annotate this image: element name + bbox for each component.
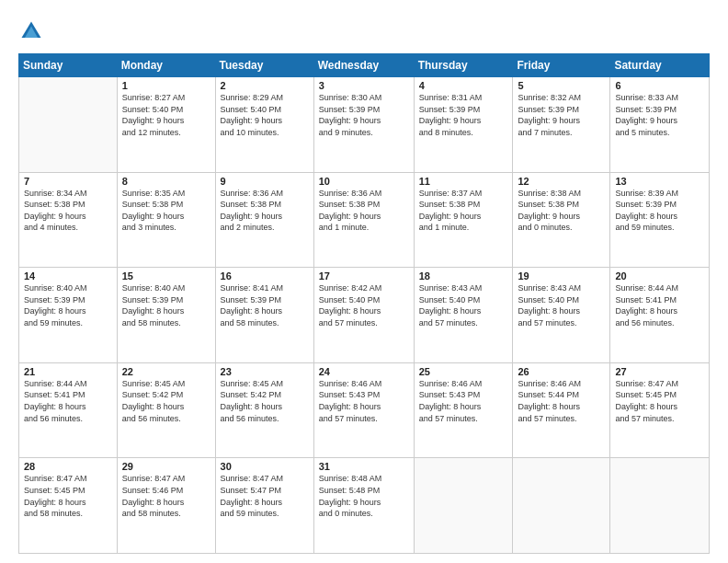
day-number: 14 xyxy=(24,270,112,282)
day-number: 1 xyxy=(122,80,210,91)
calendar-week-row: 7Sunrise: 8:34 AM Sunset: 5:38 PM Daylig… xyxy=(19,172,710,268)
calendar-week-row: 1Sunrise: 8:27 AM Sunset: 5:40 PM Daylig… xyxy=(19,77,710,173)
calendar-cell: 30Sunrise: 8:47 AM Sunset: 5:47 PM Dayli… xyxy=(215,458,313,554)
day-info: Sunrise: 8:43 AM Sunset: 5:40 PM Dayligh… xyxy=(518,282,605,328)
weekday-header-sunday: Sunday xyxy=(19,54,118,77)
calendar-cell: 1Sunrise: 8:27 AM Sunset: 5:40 PM Daylig… xyxy=(117,77,215,173)
day-info: Sunrise: 8:40 AM Sunset: 5:39 PM Dayligh… xyxy=(122,282,210,328)
day-number: 22 xyxy=(122,366,210,377)
day-info: Sunrise: 8:36 AM Sunset: 5:38 PM Dayligh… xyxy=(319,188,409,234)
day-number: 30 xyxy=(221,461,309,472)
day-number: 11 xyxy=(419,176,508,187)
calendar-cell: 14Sunrise: 8:40 AM Sunset: 5:39 PM Dayli… xyxy=(19,268,118,363)
calendar-cell xyxy=(513,458,610,554)
weekday-header-tuesday: Tuesday xyxy=(215,54,313,77)
day-number: 16 xyxy=(221,270,309,282)
calendar-cell: 18Sunrise: 8:43 AM Sunset: 5:40 PM Dayli… xyxy=(414,268,513,363)
day-info: Sunrise: 8:45 AM Sunset: 5:42 PM Dayligh… xyxy=(221,378,309,424)
calendar-cell xyxy=(610,458,710,554)
day-info: Sunrise: 8:38 AM Sunset: 5:38 PM Dayligh… xyxy=(518,188,605,234)
calendar-cell: 5Sunrise: 8:32 AM Sunset: 5:39 PM Daylig… xyxy=(513,77,610,173)
calendar-cell: 26Sunrise: 8:46 AM Sunset: 5:44 PM Dayli… xyxy=(513,362,610,458)
day-number: 26 xyxy=(518,366,605,377)
calendar-cell: 2Sunrise: 8:29 AM Sunset: 5:40 PM Daylig… xyxy=(215,77,313,173)
calendar-cell: 11Sunrise: 8:37 AM Sunset: 5:38 PM Dayli… xyxy=(414,172,513,268)
day-info: Sunrise: 8:30 AM Sunset: 5:39 PM Dayligh… xyxy=(319,92,409,138)
day-info: Sunrise: 8:44 AM Sunset: 5:41 PM Dayligh… xyxy=(615,282,704,328)
day-number: 18 xyxy=(419,270,508,282)
calendar-cell: 4Sunrise: 8:31 AM Sunset: 5:39 PM Daylig… xyxy=(414,77,513,173)
calendar-cell: 19Sunrise: 8:43 AM Sunset: 5:40 PM Dayli… xyxy=(513,268,610,363)
day-info: Sunrise: 8:47 AM Sunset: 5:46 PM Dayligh… xyxy=(122,473,210,519)
day-info: Sunrise: 8:48 AM Sunset: 5:48 PM Dayligh… xyxy=(319,473,409,519)
day-number: 15 xyxy=(122,270,210,282)
calendar-cell: 12Sunrise: 8:38 AM Sunset: 5:38 PM Dayli… xyxy=(513,172,610,268)
page: SundayMondayTuesdayWednesdayThursdayFrid… xyxy=(0,0,728,563)
day-info: Sunrise: 8:41 AM Sunset: 5:39 PM Dayligh… xyxy=(221,282,309,328)
day-info: Sunrise: 8:44 AM Sunset: 5:41 PM Dayligh… xyxy=(24,378,112,424)
calendar-cell: 3Sunrise: 8:30 AM Sunset: 5:39 PM Daylig… xyxy=(313,77,414,173)
day-info: Sunrise: 8:32 AM Sunset: 5:39 PM Dayligh… xyxy=(518,92,605,138)
day-info: Sunrise: 8:46 AM Sunset: 5:43 PM Dayligh… xyxy=(419,378,508,424)
day-number: 17 xyxy=(319,270,409,282)
day-info: Sunrise: 8:35 AM Sunset: 5:38 PM Dayligh… xyxy=(122,188,210,234)
calendar-cell: 28Sunrise: 8:47 AM Sunset: 5:45 PM Dayli… xyxy=(19,458,118,554)
day-info: Sunrise: 8:46 AM Sunset: 5:43 PM Dayligh… xyxy=(319,378,409,424)
day-info: Sunrise: 8:33 AM Sunset: 5:39 PM Dayligh… xyxy=(615,92,704,138)
calendar-cell: 29Sunrise: 8:47 AM Sunset: 5:46 PM Dayli… xyxy=(117,458,215,554)
calendar-cell: 25Sunrise: 8:46 AM Sunset: 5:43 PM Dayli… xyxy=(414,362,513,458)
calendar-cell: 10Sunrise: 8:36 AM Sunset: 5:38 PM Dayli… xyxy=(313,172,414,268)
calendar-cell: 6Sunrise: 8:33 AM Sunset: 5:39 PM Daylig… xyxy=(610,77,710,173)
calendar-cell: 17Sunrise: 8:42 AM Sunset: 5:40 PM Dayli… xyxy=(313,268,414,363)
day-info: Sunrise: 8:36 AM Sunset: 5:38 PM Dayligh… xyxy=(221,188,309,234)
day-number: 9 xyxy=(221,176,309,187)
day-number: 2 xyxy=(221,80,309,91)
calendar-cell: 20Sunrise: 8:44 AM Sunset: 5:41 PM Dayli… xyxy=(610,268,710,363)
calendar-cell: 23Sunrise: 8:45 AM Sunset: 5:42 PM Dayli… xyxy=(215,362,313,458)
day-number: 4 xyxy=(419,80,508,91)
weekday-header-monday: Monday xyxy=(117,54,215,77)
calendar-cell xyxy=(414,458,513,554)
calendar-cell: 15Sunrise: 8:40 AM Sunset: 5:39 PM Dayli… xyxy=(117,268,215,363)
day-number: 23 xyxy=(221,366,309,377)
calendar-cell: 7Sunrise: 8:34 AM Sunset: 5:38 PM Daylig… xyxy=(19,172,118,268)
day-number: 5 xyxy=(518,80,605,91)
day-info: Sunrise: 8:43 AM Sunset: 5:40 PM Dayligh… xyxy=(419,282,508,328)
day-info: Sunrise: 8:34 AM Sunset: 5:38 PM Dayligh… xyxy=(24,188,112,234)
calendar-cell: 24Sunrise: 8:46 AM Sunset: 5:43 PM Dayli… xyxy=(313,362,414,458)
day-number: 24 xyxy=(319,366,409,377)
calendar-week-row: 14Sunrise: 8:40 AM Sunset: 5:39 PM Dayli… xyxy=(19,268,710,363)
day-number: 25 xyxy=(419,366,508,377)
day-info: Sunrise: 8:47 AM Sunset: 5:45 PM Dayligh… xyxy=(24,473,112,519)
calendar-cell: 8Sunrise: 8:35 AM Sunset: 5:38 PM Daylig… xyxy=(117,172,215,268)
day-number: 28 xyxy=(24,461,112,472)
day-info: Sunrise: 8:27 AM Sunset: 5:40 PM Dayligh… xyxy=(122,92,210,138)
header xyxy=(18,15,710,44)
calendar-cell: 21Sunrise: 8:44 AM Sunset: 5:41 PM Dayli… xyxy=(19,362,118,458)
calendar-cell: 27Sunrise: 8:47 AM Sunset: 5:45 PM Dayli… xyxy=(610,362,710,458)
calendar-table: SundayMondayTuesdayWednesdayThursdayFrid… xyxy=(18,53,710,554)
day-info: Sunrise: 8:31 AM Sunset: 5:39 PM Dayligh… xyxy=(419,92,508,138)
calendar-cell: 9Sunrise: 8:36 AM Sunset: 5:38 PM Daylig… xyxy=(215,172,313,268)
calendar-week-row: 21Sunrise: 8:44 AM Sunset: 5:41 PM Dayli… xyxy=(19,362,710,458)
day-number: 8 xyxy=(122,176,210,187)
day-info: Sunrise: 8:46 AM Sunset: 5:44 PM Dayligh… xyxy=(518,378,605,424)
logo xyxy=(18,18,46,44)
day-number: 3 xyxy=(319,80,409,91)
day-number: 21 xyxy=(24,366,112,377)
day-number: 20 xyxy=(615,270,704,282)
calendar-week-row: 28Sunrise: 8:47 AM Sunset: 5:45 PM Dayli… xyxy=(19,458,710,554)
logo-icon xyxy=(18,18,44,44)
day-number: 7 xyxy=(24,176,112,187)
calendar-cell: 31Sunrise: 8:48 AM Sunset: 5:48 PM Dayli… xyxy=(313,458,414,554)
day-number: 29 xyxy=(122,461,210,472)
day-number: 31 xyxy=(319,461,409,472)
day-number: 19 xyxy=(518,270,605,282)
calendar-cell: 13Sunrise: 8:39 AM Sunset: 5:39 PM Dayli… xyxy=(610,172,710,268)
day-info: Sunrise: 8:42 AM Sunset: 5:40 PM Dayligh… xyxy=(319,282,409,328)
weekday-header-friday: Friday xyxy=(513,54,610,77)
day-info: Sunrise: 8:39 AM Sunset: 5:39 PM Dayligh… xyxy=(615,188,704,234)
day-info: Sunrise: 8:45 AM Sunset: 5:42 PM Dayligh… xyxy=(122,378,210,424)
calendar-cell: 22Sunrise: 8:45 AM Sunset: 5:42 PM Dayli… xyxy=(117,362,215,458)
day-number: 10 xyxy=(319,176,409,187)
